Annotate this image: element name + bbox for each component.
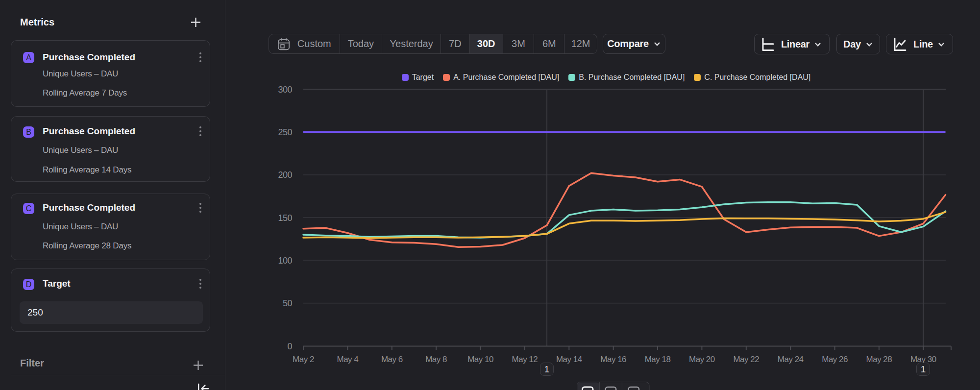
svg-text:May 20: May 20 [689, 355, 715, 364]
svg-text:May 26: May 26 [822, 355, 848, 364]
svg-text:May 6: May 6 [381, 355, 403, 364]
svg-text:May 12: May 12 [512, 355, 538, 364]
svg-text:May 10: May 10 [467, 355, 493, 364]
svg-text:300: 300 [278, 85, 292, 95]
svg-text:May 4: May 4 [337, 355, 359, 364]
svg-text:May 2: May 2 [293, 355, 314, 364]
svg-text:May 24: May 24 [778, 355, 804, 364]
svg-text:50: 50 [283, 298, 293, 308]
svg-text:200: 200 [278, 170, 292, 180]
svg-text:250: 250 [278, 127, 292, 137]
svg-text:May 18: May 18 [645, 355, 671, 364]
svg-text:150: 150 [278, 213, 292, 223]
svg-text:May 22: May 22 [733, 355, 759, 364]
svg-text:100: 100 [278, 256, 292, 266]
svg-text:0: 0 [287, 341, 292, 351]
svg-text:May 14: May 14 [556, 355, 582, 364]
svg-text:May 8: May 8 [425, 355, 447, 364]
svg-text:May 16: May 16 [600, 355, 626, 364]
svg-text:May 28: May 28 [866, 355, 892, 364]
